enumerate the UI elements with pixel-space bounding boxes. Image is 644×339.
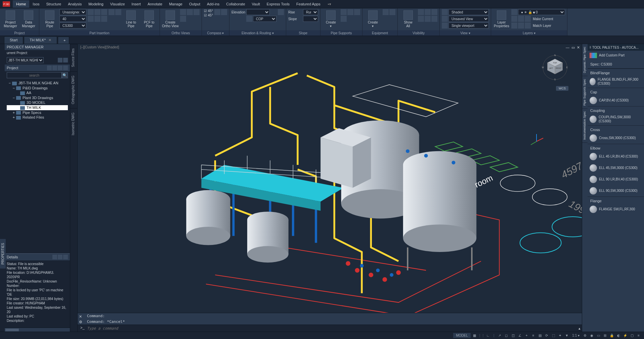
menu-tab-visualize[interactable]: Visualize [107,0,128,8]
dyn-input-icon[interactable]: + [524,333,529,338]
menu-tab-manage[interactable]: Manage [166,0,186,8]
quick-properties-icon[interactable]: ⊞ [602,333,608,338]
command-input[interactable] [87,326,578,331]
ribbon-tool-icon[interactable] [101,9,107,15]
layer-tool-icon[interactable] [511,16,517,22]
ribbon-tool-icon[interactable] [221,9,227,15]
ribbon-line-to-pipe[interactable]: Line toPipe [123,9,139,29]
workspace-icon[interactable]: ⚙ [582,333,588,338]
ribbon-select[interactable]: COP [253,16,276,22]
ribbon-tool-icon[interactable] [194,9,200,15]
ribbon-group-label[interactable]: Compass ▾ [202,30,229,36]
new-tab-button[interactable]: + [58,37,69,44]
snap-icon[interactable]: ⋮⋮ [479,333,484,338]
ribbon-show-all[interactable]: ShowAll [400,9,417,29]
ribbon-create-▾[interactable]: Create▾ [364,9,381,29]
ribbon-tool-icon[interactable] [101,16,107,22]
tree-item-related-files[interactable]: + Related Files [7,115,68,120]
overflow-icon[interactable]: ▪▾ [328,2,331,6]
ribbon-tool-icon[interactable] [109,9,115,15]
polar-icon[interactable]: ↗ [497,333,502,338]
osnap-icon[interactable]: ◻ [504,333,509,338]
ribbon-tool-icon[interactable] [278,9,284,15]
clean-screen-icon[interactable]: ▢ [629,333,635,338]
ortho-icon[interactable]: ∟ [485,333,491,338]
3dosnap-icon[interactable]: ◫ [510,333,516,338]
ribbon-tool-icon[interactable] [214,9,220,15]
ribbon-select[interactable]: Shaded [448,9,489,15]
ribbon-tool-icon[interactable] [418,9,424,15]
ribbon-select[interactable]: CS300 [59,23,86,29]
add-custom-part-button[interactable]: Add Custom Part [588,51,644,60]
menu-tab-output[interactable]: Output [186,0,204,8]
ribbon-tool-icon[interactable] [88,9,94,15]
menu-tab-home[interactable]: Home [13,0,29,8]
cmd-settings-icon[interactable]: ⚙ [79,320,82,324]
layer-tool-icon[interactable] [525,23,531,29]
ribbon-tool-icon[interactable] [94,16,100,22]
tree-item-th-milk[interactable]: TH MILK [7,105,68,110]
palette-item[interactable]: CAP,BV,40 (CS300) [588,95,644,106]
ribbon-tool-icon[interactable] [425,16,431,22]
properties-panel-tab[interactable]: PROPERTIES [0,239,6,268]
refresh-icon[interactable] [52,66,57,70]
menu-tab-vault[interactable]: Vault [249,0,263,8]
ribbon-tool-icon[interactable] [389,9,395,15]
tree-item-p&id-drawings[interactable]: − P&ID Drawings [7,86,68,91]
menu-tab-insert[interactable]: Insert [128,0,144,8]
ribbon-tool-icon[interactable] [94,9,100,15]
ribbon-tool-icon[interactable] [187,9,193,15]
annotation-scale[interactable]: 1:1 ▾ [571,333,581,338]
palette-item[interactable]: ELL 45,SW,3000 (CS300) [588,162,644,174]
palette-item[interactable]: FLANGE BLIND,FL,RF,300 (CS300) [588,76,644,88]
ribbon-tool-icon[interactable] [180,16,186,22]
palette-item[interactable]: FLANGE SW,FL,RF,300 [588,204,644,215]
menu-tab-isos[interactable]: Isos [29,0,43,8]
details-icon-3[interactable] [63,255,68,259]
side-tab-isometric-dwg[interactable]: Isometric DWG [70,108,77,139]
ribbon-tool-icon[interactable] [431,9,437,15]
tree-item-jbt-th-milk-nghe-an[interactable]: − JBT-TH MILK NGHE AN [7,81,68,86]
tree-item-plant-3d-drawings[interactable]: − Plant 3D Drawings [7,95,68,100]
ribbon-route-pipe[interactable]: RoutePipe [41,9,58,29]
palette-item[interactable]: ELL 45 LR,BV,40 (CS300) [588,151,644,162]
menu-tab-annotate[interactable]: Annotate [144,0,166,8]
ribbon-tool-icon[interactable] [341,16,347,22]
ribbon-tool-icon[interactable] [115,9,121,15]
layer-select[interactable]: ● ☀ 🔒 ■ 0 [518,9,565,15]
ribbon-select[interactable]: Run [303,9,318,15]
copy-icon[interactable] [63,58,68,62]
filter-icon[interactable]: ▼ [564,333,569,338]
ribbon-tool-icon[interactable] [431,16,437,22]
cycling-icon[interactable]: ⟳ [544,333,549,338]
ribbon-select[interactable]: 40 [59,16,86,22]
ribbon-select[interactable]: Unassigned [59,9,86,15]
palette-item[interactable]: ELL 90 LR,BV,40 (CS300) [588,174,644,185]
layer-tool-icon[interactable] [511,23,517,29]
project-search-input[interactable] [7,72,62,78]
ribbon-select[interactable]: Single viewport [448,23,489,29]
palette-item[interactable]: Cross,SW,3000 (CS300) [588,132,644,144]
side-tab-source-files[interactable]: Source Files [70,44,77,71]
layer-tool-icon[interactable] [518,23,524,29]
palette-tab-pipe-supports-spec[interactable]: Pipe Supports Spec [582,76,588,109]
search-button[interactable]: 🔍 [62,72,68,78]
layer-tool-icon[interactable] [518,16,524,22]
tree-item-aa[interactable]: AA [7,90,68,95]
transparency-icon[interactable]: ▤ [537,333,543,338]
palette-tab-instrumentation-spec[interactable]: Instrumentation Spec [582,109,588,143]
doc-tab-start[interactable]: Start [4,36,23,44]
hardware-accel-icon[interactable]: ⚡ [622,333,628,338]
menu-tab-structure[interactable]: Structure [43,0,65,8]
menu-tab-add-ins[interactable]: Add-ins [204,0,223,8]
ribbon-group-label[interactable]: Layers ▾ [491,30,567,36]
ribbon-select[interactable]: Unsaved View [448,16,489,22]
menu-tab-express-tools[interactable]: Express Tools [263,0,293,8]
otrack-icon[interactable]: ∠ [517,333,522,338]
menu-tab-analysis[interactable]: Analysis [65,0,85,8]
palette-item[interactable]: COUPLING,SW,3000 (CS300) [588,113,644,125]
ribbon-tool-icon[interactable] [180,9,186,15]
side-tab-orthographic-dwg[interactable]: Orthographic DWG [70,71,77,108]
ribbon-tool-icon[interactable] [383,9,389,15]
viewport-3d[interactable]: [–][Custom View][Shaded] — ▭ ✕ TOP LEFT … [78,44,582,332]
